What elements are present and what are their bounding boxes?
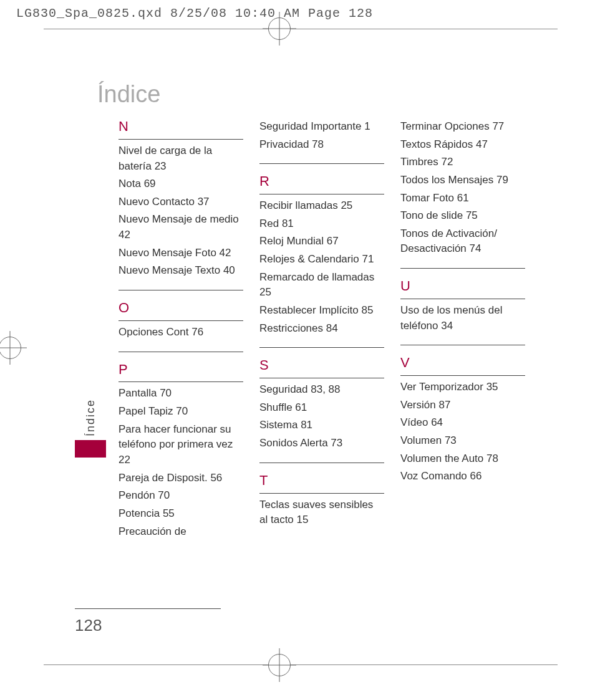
index-letter: S <box>259 355 384 375</box>
section-divider <box>400 345 525 345</box>
page-title: Índice <box>97 81 539 108</box>
section-divider <box>259 163 384 164</box>
section-divider <box>400 268 525 269</box>
section-divider <box>259 194 384 194</box>
index-entry: Nuevo Mensaje de medio 42 <box>119 212 243 242</box>
index-entry: Vídeo 64 <box>400 415 525 431</box>
section-divider <box>119 290 243 290</box>
index-entry: Voz Comando 66 <box>400 469 525 484</box>
index-entry: Recibir llamadas 25 <box>259 198 384 214</box>
index-letter: T <box>259 471 384 491</box>
index-entry: Volumen 73 <box>400 433 525 449</box>
print-slug: LG830_Spa_0825.qxd 8/25/08 10:40 AM Page… <box>0 0 595 21</box>
index-letter: V <box>400 353 525 373</box>
section-divider <box>259 378 384 378</box>
index-column: Terminar Opciones 77Textos Rápidos 47Tim… <box>400 117 525 542</box>
index-letter: P <box>119 360 243 380</box>
registration-mark-icon <box>268 17 291 40</box>
footer-rule <box>75 608 221 609</box>
index-letter: N <box>119 117 243 137</box>
index-entry: Pendón 70 <box>119 488 243 504</box>
index-entry: Relojes & Calendario 71 <box>259 252 384 267</box>
index-letter: U <box>400 276 525 296</box>
index-entry: Teclas suaves sensibles al tacto 15 <box>259 497 384 528</box>
index-entry: Terminar Opciones 77 <box>400 119 525 135</box>
index-entry: Versión 87 <box>400 398 525 413</box>
index-entry: Red 81 <box>259 216 384 232</box>
index-entry: Para hacer funcionar su teléfono por pri… <box>119 422 243 468</box>
index-entry: Tonos de Activación/ Desactivación 74 <box>400 226 525 257</box>
index-entry: Restricciones 84 <box>259 321 384 337</box>
crop-line-top <box>44 29 558 29</box>
index-entry: Textos Rápidos 47 <box>400 137 525 153</box>
section-divider <box>119 139 243 140</box>
index-entry: Nivel de carga de la batería 23 <box>119 143 243 174</box>
index-entry: Remarcado de llamadas 25 <box>259 270 384 300</box>
index-letter: R <box>259 171 384 191</box>
section-divider <box>400 375 525 376</box>
index-entry: Timbres 72 <box>400 155 525 170</box>
index-entry: Sonidos Alerta 73 <box>259 436 384 451</box>
page-number: 128 <box>75 616 102 635</box>
section-divider <box>259 493 384 494</box>
index-entry: Nuevo Mensaje Texto 40 <box>119 263 243 279</box>
index-entry: Tomar Foto 61 <box>400 191 525 206</box>
section-divider <box>119 381 243 382</box>
crop-line-bottom <box>44 664 558 665</box>
index-entry: Todos los Mensajes 79 <box>400 173 525 188</box>
index-entry: Papel Tapiz 70 <box>119 404 243 420</box>
side-tab-label: Índice <box>84 399 97 436</box>
index-entry: Nota 69 <box>119 176 243 192</box>
index-entry: Privacidad 78 <box>259 137 384 153</box>
index-column: NNivel de carga de la batería 23Nota 69N… <box>119 117 243 542</box>
index-entry: Uso de los menús del teléfono 34 <box>400 303 525 333</box>
index-entry: Precaución de <box>119 524 243 540</box>
index-entry: Pareja de Disposit. 56 <box>119 471 243 486</box>
index-entry: Nuevo Mensaje Foto 42 <box>119 246 243 261</box>
registration-mark-icon <box>0 337 21 359</box>
section-divider <box>119 352 243 352</box>
index-entry: Tono de slide 75 <box>400 208 525 224</box>
index-entry: Opciones Cont 76 <box>119 325 243 340</box>
section-divider <box>259 463 384 463</box>
index-entry: Restablecer Implícito 85 <box>259 303 384 319</box>
index-entry: Nuevo Contacto 37 <box>119 194 243 210</box>
section-divider <box>119 320 243 321</box>
index-entry: Sistema 81 <box>259 418 384 433</box>
page-content: Índice NNivel de carga de la batería 23N… <box>75 62 539 638</box>
section-divider <box>400 299 525 299</box>
index-column: Seguridad Importante 1Privacidad 78RReci… <box>259 117 384 542</box>
index-entry: Potencia 55 <box>119 506 243 522</box>
index-columns: NNivel de carga de la batería 23Nota 69N… <box>119 117 539 542</box>
index-entry: Reloj Mundial 67 <box>259 234 384 249</box>
index-entry: Pantalla 70 <box>119 386 243 401</box>
index-entry: Shuffle 61 <box>259 400 384 416</box>
index-entry: Seguridad Importante 1 <box>259 119 384 135</box>
index-entry: Ver Temporizador 35 <box>400 380 525 395</box>
registration-mark-icon <box>268 654 291 676</box>
index-entry: Volumen the Auto 78 <box>400 451 525 467</box>
side-tab: Índice <box>75 399 106 458</box>
section-divider <box>259 347 384 348</box>
index-letter: O <box>119 298 243 318</box>
side-tab-bar <box>75 440 106 458</box>
index-entry: Seguridad 83, 88 <box>259 382 384 398</box>
